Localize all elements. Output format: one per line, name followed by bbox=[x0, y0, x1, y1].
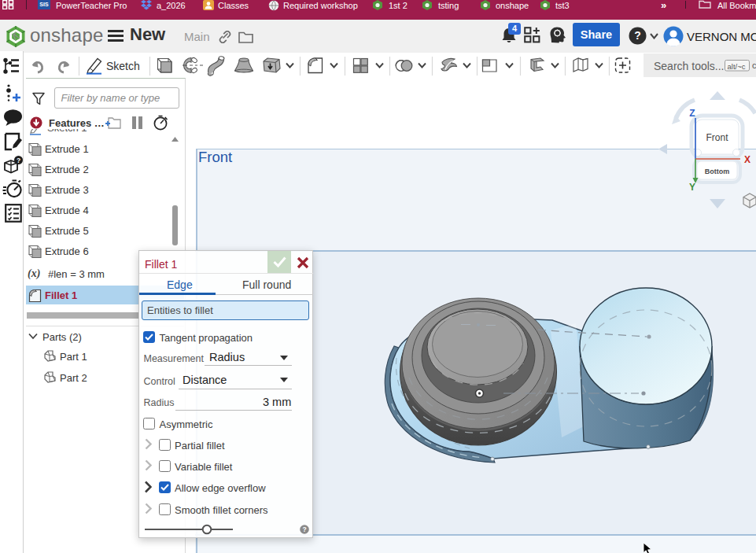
svg-text:Y: Y bbox=[689, 182, 695, 193]
svg-text:?: ? bbox=[634, 29, 641, 42]
svg-text:?: ? bbox=[17, 157, 20, 164]
svg-text:X: X bbox=[744, 154, 750, 165]
svg-text:Bottom: Bottom bbox=[705, 168, 730, 175]
svg-text:?: ? bbox=[302, 525, 306, 533]
svg-text:Z: Z bbox=[689, 108, 695, 119]
svg-text:Front: Front bbox=[706, 132, 728, 143]
